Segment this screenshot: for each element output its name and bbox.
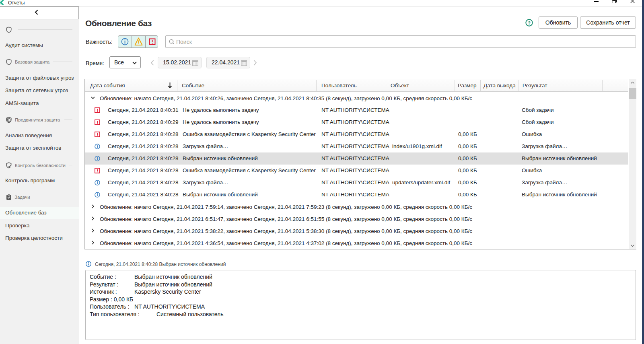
svg-text:?: ? bbox=[528, 21, 531, 25]
